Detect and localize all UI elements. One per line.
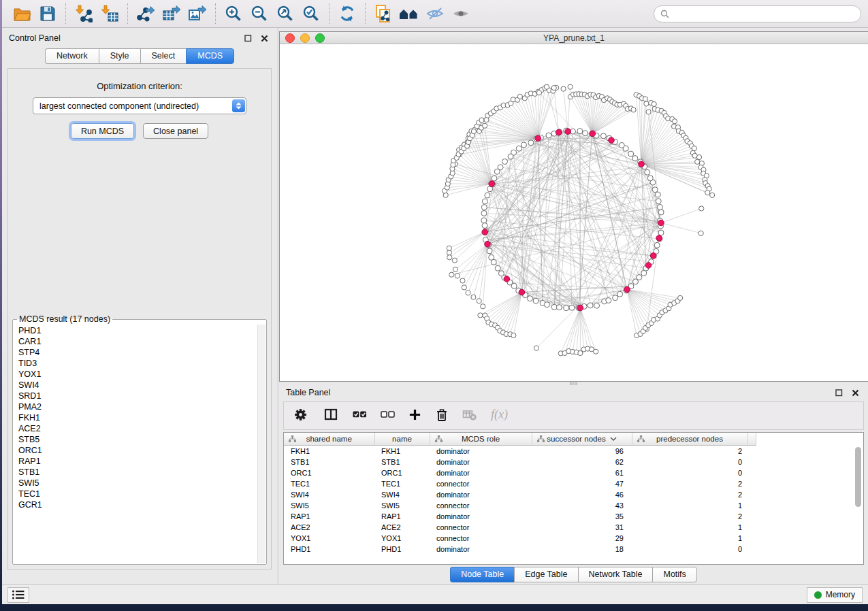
graph-node[interactable] bbox=[453, 267, 457, 271]
mcds-result-item[interactable]: RAP1 bbox=[18, 456, 261, 467]
graph-node[interactable] bbox=[455, 274, 460, 278]
mcds-result-item[interactable]: PHD1 bbox=[18, 325, 261, 336]
graph-node[interactable] bbox=[644, 101, 649, 106]
task-history-button[interactable] bbox=[7, 587, 29, 603]
close-panel-icon[interactable] bbox=[258, 33, 270, 44]
graph-node[interactable] bbox=[658, 230, 664, 235]
graph-node[interactable] bbox=[485, 193, 490, 198]
memory-button[interactable]: Memory bbox=[807, 587, 863, 603]
graph-node[interactable] bbox=[546, 133, 551, 138]
graph-node[interactable] bbox=[705, 191, 710, 195]
network-window-titlebar[interactable]: YPA_prune.txt_1 bbox=[280, 32, 868, 44]
graph-node[interactable] bbox=[471, 129, 476, 133]
graph-node-selected[interactable] bbox=[482, 229, 488, 235]
graph-node-selected[interactable] bbox=[658, 220, 664, 226]
graph-node[interactable] bbox=[462, 285, 466, 290]
graph-node[interactable] bbox=[521, 142, 526, 148]
graph-node[interactable] bbox=[583, 131, 588, 136]
graph-node[interactable] bbox=[696, 154, 701, 159]
network-canvas-svg[interactable] bbox=[280, 44, 868, 380]
apply-layout-refresh-icon[interactable] bbox=[334, 3, 360, 24]
mcds-result-item[interactable]: TEC1 bbox=[18, 489, 261, 499]
graph-node[interactable] bbox=[478, 313, 483, 318]
graph-node[interactable] bbox=[656, 199, 661, 204]
graph-node[interactable] bbox=[487, 248, 492, 254]
mcds-result-item[interactable]: SWI5 bbox=[18, 478, 261, 489]
graph-node[interactable] bbox=[460, 278, 465, 283]
open-file-icon[interactable] bbox=[9, 3, 35, 24]
graph-node[interactable] bbox=[699, 206, 704, 211]
graph-node-selected[interactable] bbox=[489, 181, 495, 187]
graph-node[interactable] bbox=[483, 123, 487, 128]
graph-node[interactable] bbox=[655, 192, 660, 197]
graph-node[interactable] bbox=[481, 304, 485, 309]
graph-node-selected[interactable] bbox=[645, 263, 652, 269]
graph-node-selected[interactable] bbox=[577, 305, 583, 311]
column-header-mcds-role[interactable]: MCDS role bbox=[430, 433, 532, 446]
graph-node[interactable] bbox=[613, 295, 618, 301]
graph-node[interactable] bbox=[637, 275, 642, 280]
graph-node[interactable] bbox=[606, 297, 611, 303]
tab-motifs[interactable]: Motifs bbox=[652, 567, 696, 582]
graph-node-selected[interactable] bbox=[519, 289, 525, 295]
mcds-result-item[interactable]: STB1 bbox=[18, 467, 261, 478]
graph-node[interactable] bbox=[617, 291, 623, 297]
graph-node[interactable] bbox=[544, 302, 549, 308]
graph-node[interactable] bbox=[594, 349, 598, 354]
hide-selected-icon[interactable] bbox=[422, 3, 448, 24]
tab-edge-table[interactable]: Edge Table bbox=[514, 567, 577, 582]
graph-node-selected[interactable] bbox=[485, 242, 491, 248]
mcds-result-item[interactable]: STB5 bbox=[18, 434, 261, 445]
mcds-result-item[interactable]: CAR1 bbox=[18, 336, 261, 347]
graph-node-selected[interactable] bbox=[639, 161, 645, 167]
graph-node[interactable] bbox=[631, 108, 636, 112]
graph-node[interactable] bbox=[447, 255, 452, 260]
graph-node-selected[interactable] bbox=[556, 129, 562, 135]
table-row[interactable]: SWI4SWI4dominator462 bbox=[284, 489, 756, 500]
graph-node[interactable] bbox=[479, 118, 484, 122]
table-row[interactable]: ACE2ACE2connector311 bbox=[284, 522, 756, 533]
graph-node[interactable] bbox=[619, 142, 624, 148]
table-settings-gear-icon[interactable] bbox=[293, 408, 308, 425]
graph-node[interactable] bbox=[645, 169, 650, 175]
close-panel-button[interactable]: Close panel bbox=[143, 123, 208, 139]
mcds-result-item[interactable]: ORC1 bbox=[18, 445, 261, 456]
mcds-result-item[interactable]: SRD1 bbox=[18, 391, 261, 401]
delete-row-icon[interactable] bbox=[435, 408, 449, 425]
graph-node[interactable] bbox=[447, 246, 451, 250]
graph-node[interactable] bbox=[452, 258, 457, 263]
zoom-in-icon[interactable] bbox=[221, 3, 246, 24]
column-header-predecessor-nodes[interactable]: predecessor nodes bbox=[632, 433, 748, 446]
graph-node[interactable] bbox=[533, 298, 539, 303]
graph-node[interactable] bbox=[588, 303, 593, 308]
import-network-icon[interactable] bbox=[71, 3, 97, 24]
table-row[interactable]: FKH1FKH1dominator962 bbox=[284, 446, 756, 457]
column-header-shared-name[interactable]: shared name bbox=[284, 433, 374, 446]
select-all-icon[interactable] bbox=[353, 408, 367, 424]
graph-node[interactable] bbox=[494, 169, 500, 174]
mcds-result-item[interactable]: FKH1 bbox=[18, 412, 261, 423]
table-scrollbar-thumb[interactable] bbox=[855, 447, 861, 507]
graph-node[interactable] bbox=[502, 159, 508, 165]
show-column-icon[interactable] bbox=[324, 408, 338, 424]
graph-node[interactable] bbox=[482, 199, 487, 204]
tab-node-table[interactable]: Node Table bbox=[450, 567, 514, 582]
graph-node[interactable] bbox=[536, 90, 541, 95]
graph-node[interactable] bbox=[632, 156, 638, 161]
tab-mcds[interactable]: MCDS bbox=[186, 48, 234, 64]
column-header-name[interactable]: name bbox=[374, 433, 430, 446]
graph-node[interactable] bbox=[672, 119, 677, 124]
mcds-result-item[interactable]: GCR1 bbox=[18, 499, 261, 510]
graph-node[interactable] bbox=[678, 295, 683, 300]
graph-node[interactable] bbox=[643, 97, 647, 101]
zoom-selected-icon[interactable] bbox=[298, 3, 324, 24]
tab-network[interactable]: Network bbox=[45, 48, 99, 64]
first-neighbors-icon[interactable] bbox=[396, 3, 422, 24]
table-row[interactable]: RAP1RAP1dominator352 bbox=[284, 511, 756, 522]
graph-node[interactable] bbox=[544, 84, 549, 89]
graph-node[interactable] bbox=[710, 193, 715, 197]
graph-node[interactable] bbox=[594, 303, 600, 308]
graph-node[interactable] bbox=[447, 250, 451, 255]
graph-node[interactable] bbox=[516, 146, 521, 151]
graph-node[interactable] bbox=[652, 101, 656, 106]
